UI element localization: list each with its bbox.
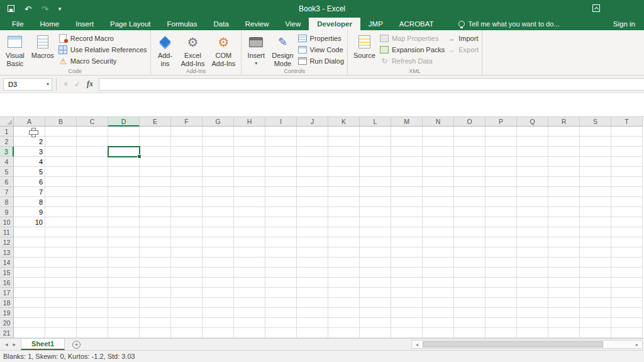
cell-d5[interactable]	[108, 167, 140, 177]
visual-basic-button[interactable]: VisualBasic	[3, 31, 27, 67]
cell-i12[interactable]	[265, 237, 297, 247]
cell-h15[interactable]	[234, 268, 265, 278]
cell-b16[interactable]	[45, 278, 77, 288]
cell-j14[interactable]	[297, 257, 328, 268]
cell-g17[interactable]	[203, 288, 234, 298]
cell-q1[interactable]	[517, 127, 548, 137]
cell-s5[interactable]	[580, 167, 611, 177]
row-header-15[interactable]: 15	[0, 268, 14, 278]
cell-h19[interactable]	[234, 308, 265, 318]
formula-input[interactable]	[99, 78, 644, 91]
cell-r14[interactable]	[548, 257, 580, 268]
cell-p13[interactable]	[486, 247, 517, 257]
cell-f1[interactable]	[171, 127, 203, 137]
cell-k15[interactable]	[328, 268, 360, 278]
row-header-9[interactable]: 9	[0, 207, 14, 217]
cell-l18[interactable]	[360, 298, 391, 308]
cell-r4[interactable]	[548, 157, 580, 167]
excel-add-ins-button[interactable]: ExcelAdd-Ins	[179, 31, 208, 67]
cell-m16[interactable]	[391, 278, 423, 288]
cell-h11[interactable]	[234, 227, 265, 237]
cell-m6[interactable]	[391, 177, 423, 187]
cell-c10[interactable]	[77, 217, 108, 227]
cell-k20[interactable]	[328, 318, 360, 328]
row-header-10[interactable]: 10	[0, 217, 14, 227]
view-code-button[interactable]: View Code	[298, 45, 344, 54]
cell-k3[interactable]	[328, 147, 360, 157]
cell-g21[interactable]	[203, 328, 234, 338]
cell-n12[interactable]	[423, 237, 454, 247]
add-ins-button[interactable]: Add-ins	[154, 31, 177, 67]
undo-icon[interactable]: ↶	[25, 5, 31, 13]
insert-controls-button[interactable]: Insert▾	[245, 31, 267, 67]
enter-icon[interactable]: ✓	[74, 80, 80, 89]
cell-m7[interactable]	[391, 187, 423, 197]
cell-n4[interactable]	[423, 157, 454, 167]
cell-d9[interactable]	[108, 207, 140, 217]
cell-f5[interactable]	[171, 167, 203, 177]
cell-f20[interactable]	[171, 318, 203, 328]
name-box-dropdown-icon[interactable]: ▾	[47, 81, 49, 87]
cell-a17[interactable]	[14, 288, 45, 298]
cell-s13[interactable]	[580, 247, 611, 257]
cell-c1[interactable]	[77, 127, 108, 137]
cell-t11[interactable]	[611, 227, 643, 237]
cell-b8[interactable]	[45, 197, 77, 207]
cell-f12[interactable]	[171, 237, 203, 247]
cell-a6[interactable]: 6	[14, 177, 45, 187]
cell-j19[interactable]	[297, 308, 328, 318]
cell-a2[interactable]: 2	[14, 137, 45, 147]
cell-b6[interactable]	[45, 177, 77, 187]
cell-g13[interactable]	[203, 247, 234, 257]
cell-f10[interactable]	[171, 217, 203, 227]
cell-h3[interactable]	[234, 147, 265, 157]
cell-t9[interactable]	[611, 207, 643, 217]
cell-j12[interactable]	[297, 237, 328, 247]
cell-g9[interactable]	[203, 207, 234, 217]
cell-q17[interactable]	[517, 288, 548, 298]
macro-security-button[interactable]: Macro Security	[58, 57, 147, 65]
cell-p21[interactable]	[486, 328, 517, 338]
column-header-g[interactable]: G	[203, 117, 234, 127]
cell-t10[interactable]	[611, 217, 643, 227]
cell-a13[interactable]	[14, 247, 45, 257]
cell-b11[interactable]	[45, 227, 77, 237]
cell-e17[interactable]	[140, 288, 171, 298]
cell-l6[interactable]	[360, 177, 391, 187]
cell-k2[interactable]	[328, 137, 360, 147]
expansion-packs-button[interactable]: Expansion Packs	[380, 45, 445, 54]
cell-m12[interactable]	[391, 237, 423, 247]
cell-a20[interactable]	[14, 318, 45, 328]
cell-f13[interactable]	[171, 247, 203, 257]
cell-h7[interactable]	[234, 187, 265, 197]
cell-l10[interactable]	[360, 217, 391, 227]
cell-p18[interactable]	[486, 298, 517, 308]
cell-o11[interactable]	[454, 227, 486, 237]
cell-q14[interactable]	[517, 257, 548, 268]
cell-o15[interactable]	[454, 268, 486, 278]
cell-n7[interactable]	[423, 187, 454, 197]
cell-b3[interactable]	[45, 147, 77, 157]
cell-t18[interactable]	[611, 298, 643, 308]
cell-k18[interactable]	[328, 298, 360, 308]
cell-t13[interactable]	[611, 247, 643, 257]
cell-b20[interactable]	[45, 318, 77, 328]
cell-a12[interactable]	[14, 237, 45, 247]
cell-a7[interactable]: 7	[14, 187, 45, 197]
cell-a11[interactable]	[14, 227, 45, 237]
cell-o8[interactable]	[454, 197, 486, 207]
cell-a9[interactable]: 9	[14, 207, 45, 217]
cell-j9[interactable]	[297, 207, 328, 217]
column-header-d[interactable]: D	[108, 117, 140, 127]
cell-f2[interactable]	[171, 137, 203, 147]
customize-quick-access-icon[interactable]: ▾	[58, 6, 62, 12]
cell-m19[interactable]	[391, 308, 423, 318]
row-header-7[interactable]: 7	[0, 187, 14, 197]
cell-e13[interactable]	[140, 247, 171, 257]
cell-l11[interactable]	[360, 227, 391, 237]
row-header-21[interactable]: 21	[0, 328, 14, 338]
cell-c14[interactable]	[77, 257, 108, 268]
cell-k9[interactable]	[328, 207, 360, 217]
cell-p17[interactable]	[486, 288, 517, 298]
sheet-nav-right-icon[interactable]: ▸	[13, 341, 16, 348]
